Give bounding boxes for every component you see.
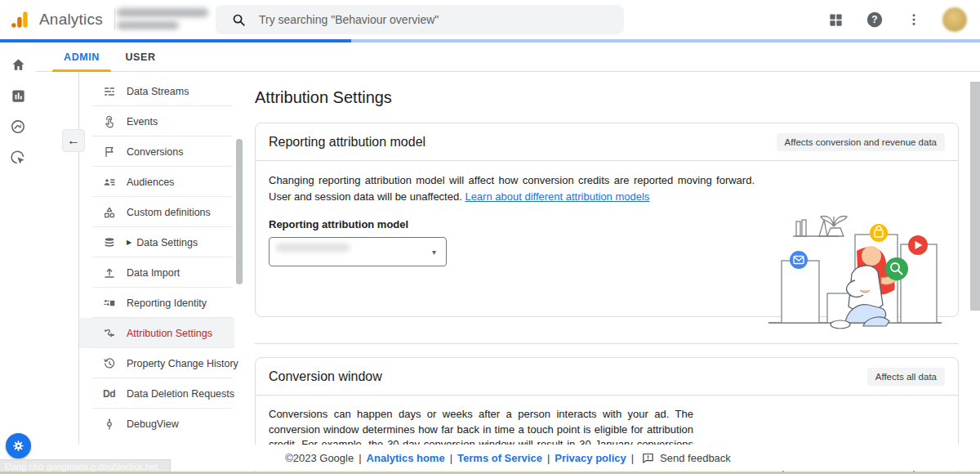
nav-rail [0, 42, 36, 474]
touch-icon [102, 114, 116, 128]
home-icon[interactable] [0, 49, 36, 80]
svg-text:?: ? [871, 14, 877, 25]
advertising-icon[interactable] [0, 142, 36, 173]
upload-icon [102, 266, 116, 279]
search-bar[interactable] [216, 5, 624, 34]
sidebar-item-data-import[interactable]: Data Import [79, 257, 234, 288]
sidebar-item-attribution-settings[interactable]: Attribution Settings [79, 318, 234, 348]
card-title: Conversion window [269, 369, 382, 384]
chevron-down-icon: ▾ [432, 248, 436, 257]
audiences-icon [102, 175, 116, 189]
admin-tab-bar: ADMIN USER [36, 42, 980, 72]
analytics-home-link[interactable]: Analytics home [367, 452, 445, 464]
attribution-model-dropdown[interactable]: ▾ [269, 237, 447, 266]
database-icon [102, 235, 116, 249]
search-input[interactable] [257, 12, 587, 27]
header-divider [114, 9, 115, 30]
sidebar-item-audiences[interactable]: Audiences [79, 167, 234, 197]
terms-of-service-link[interactable]: Terms of Service [457, 452, 542, 464]
back-arrow-icon: ← [67, 133, 80, 148]
sidebar-item-events[interactable]: Events [79, 106, 234, 136]
flag-icon [102, 145, 116, 159]
footer-separator: | [359, 452, 361, 464]
footer-separator: | [547, 452, 550, 464]
analytics-logo[interactable]: Analytics [0, 9, 103, 30]
debug-icon [102, 417, 116, 431]
admin-gear-button[interactable] [6, 433, 31, 458]
sidebar-item-data-streams[interactable]: Data Streams [79, 76, 234, 106]
property-name-redacted[interactable] [117, 21, 179, 29]
status-text: Đang chờ googleads.g.doubleclick.net... [5, 462, 165, 472]
explore-icon[interactable] [0, 111, 36, 142]
send-feedback-button[interactable]: Send feedback [642, 452, 731, 464]
dropdown-value-redacted [276, 244, 350, 252]
route-icon [102, 326, 116, 340]
history-icon [102, 356, 116, 370]
page-title: Attribution Settings [255, 88, 392, 107]
footer-separator: | [631, 452, 634, 464]
sidebar-item-conversions[interactable]: Conversions [79, 136, 234, 167]
sidebar-item-data-deletion-requests[interactable]: Dd Data Deletion Requests [79, 378, 234, 409]
card-description: Changing reporting attribution model wil… [269, 172, 755, 205]
help-icon[interactable]: ? [864, 9, 885, 30]
sidebar-item-reporting-identity[interactable]: Reporting Identity [79, 288, 234, 318]
reporting-attribution-model-card: Reporting attribution model Affects conv… [255, 123, 959, 317]
shapes-icon [102, 205, 116, 219]
affects-badge: Affects conversion and revenue data [777, 133, 945, 151]
analytics-logo-icon [10, 9, 31, 30]
sidebar-scrollbar[interactable] [236, 139, 243, 284]
privacy-policy-link[interactable]: Privacy policy [555, 452, 626, 464]
search-icon [232, 13, 246, 27]
tab-user-label: USER [125, 51, 155, 63]
app-name: Analytics [39, 11, 103, 29]
card-title: Reporting attribution model [269, 135, 425, 150]
tab-admin-label: ADMIN [64, 51, 100, 63]
admin-sidebar: Data Streams Events Conversions [79, 76, 234, 439]
sidebar-item-data-settings[interactable]: ▶ Data Settings [79, 227, 234, 257]
card-body: Changing reporting attribution model wil… [256, 161, 958, 278]
send-feedback-label: Send feedback [660, 452, 731, 464]
sidebar-item-debugview[interactable]: DebugView [79, 409, 234, 439]
tab-user[interactable]: USER [121, 42, 160, 72]
active-tab-underline [52, 69, 111, 72]
feedback-icon [642, 452, 654, 464]
tab-admin[interactable]: ADMIN [52, 42, 111, 72]
page-scrollbar[interactable] [970, 82, 980, 311]
copyright-text: ©2023 Google [285, 452, 354, 464]
identity-icon [102, 296, 116, 310]
section-divider [255, 343, 959, 344]
footer: ©2023 Google | Analytics home | Terms of… [36, 445, 980, 471]
reports-icon[interactable] [0, 80, 36, 111]
attribution-illustration [760, 202, 950, 341]
card-header: Reporting attribution model Affects conv… [256, 123, 958, 161]
google-apps-grid-icon[interactable] [825, 9, 846, 30]
card-header: Conversion window Affects all data [256, 358, 958, 396]
analytics-admin-page: Analytics ? [0, 0, 980, 474]
sidebar-item-custom-definitions[interactable]: Custom definitions [79, 197, 234, 227]
data-streams-icon [102, 84, 116, 98]
footer-separator: | [450, 452, 452, 464]
expand-arrow-icon[interactable]: ▶ [127, 239, 131, 246]
gear-icon [11, 439, 25, 453]
affects-badge: Affects all data [867, 368, 945, 386]
sidebar-item-property-change-history[interactable]: Property Change History [79, 348, 234, 378]
data-deletion-icon: Dd [102, 387, 116, 400]
header-actions: ? [825, 0, 980, 39]
account-name-redacted[interactable] [117, 8, 208, 17]
more-vert-icon[interactable] [903, 9, 924, 30]
avatar[interactable] [942, 7, 967, 32]
attribution-models-link[interactable]: Learn about different attribution models [465, 190, 649, 203]
top-header: Analytics ? [0, 0, 980, 39]
